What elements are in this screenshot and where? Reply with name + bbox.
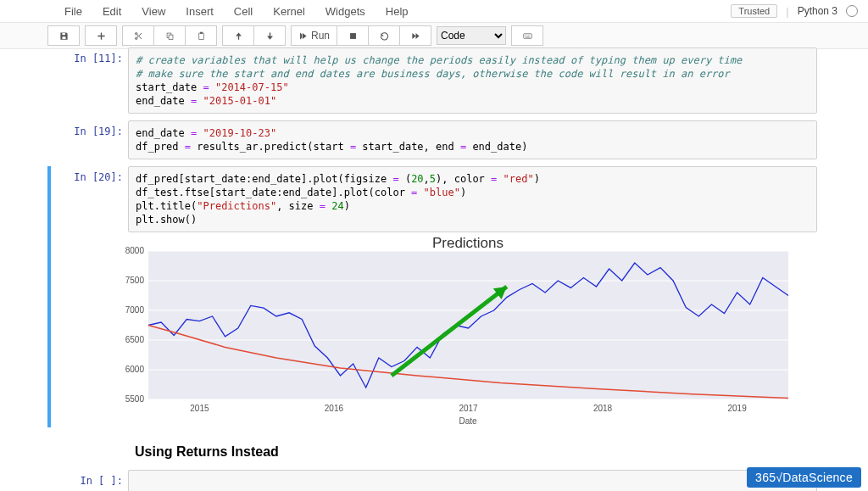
copy-button[interactable]: [154, 25, 186, 46]
menubar: File Edit View Insert Cell Kernel Widget…: [0, 0, 868, 23]
input-area[interactable]: df_pred[start_date:end_date].plot(figsiz…: [128, 166, 817, 232]
svg-rect-8: [148, 251, 788, 399]
datascience-logo: 365√DataScience: [747, 467, 861, 488]
kernel-indicator-icon[interactable]: [846, 5, 858, 17]
restart-run-all-button[interactable]: [400, 25, 431, 46]
input-area[interactable]: # create variables that will help us cha…: [128, 47, 817, 114]
prompt: [51, 434, 128, 463]
run-label: Run: [311, 30, 330, 42]
kernel-name: Python 3: [798, 5, 837, 17]
svg-text:8000: 8000: [125, 246, 145, 255]
svg-text:6000: 6000: [125, 365, 145, 374]
scissors-icon: [134, 31, 143, 41]
markdown-cell[interactable]: Using Returns Instead: [51, 434, 817, 463]
cut-button[interactable]: [122, 25, 154, 46]
code-cell[interactable]: In [19]: end_date = "2019-10-23" df_pred…: [51, 120, 817, 159]
menu-cell[interactable]: Cell: [224, 2, 263, 21]
prompt: In [20]:: [51, 166, 128, 232]
svg-text:2017: 2017: [459, 404, 478, 413]
heading: Using Returns Instead: [128, 434, 279, 463]
svg-text:2018: 2018: [593, 404, 613, 413]
interrupt-button[interactable]: [337, 25, 369, 46]
svg-text:2019: 2019: [727, 404, 747, 413]
paste-button[interactable]: [186, 25, 217, 46]
command-palette-button[interactable]: [511, 25, 543, 46]
code-cell[interactable]: In [ ]:: [51, 470, 817, 491]
input-area[interactable]: end_date = "2019-10-23" df_pred = result…: [128, 120, 817, 159]
input-area[interactable]: [128, 470, 817, 491]
svg-text:5500: 5500: [125, 394, 145, 404]
run-button[interactable]: Run: [291, 25, 337, 46]
save-button[interactable]: [47, 25, 80, 46]
stop-icon: [348, 31, 358, 41]
restart-button[interactable]: [369, 25, 400, 46]
output-area: 550060006500700075008000 201520162017201…: [123, 236, 817, 427]
svg-text:7500: 7500: [125, 276, 145, 285]
code-cell-selected[interactable]: In [20]: df_pred[start_date:end_date].pl…: [47, 166, 817, 427]
svg-text:6500: 6500: [125, 335, 145, 344]
menu-insert[interactable]: Insert: [175, 2, 224, 21]
move-up-button[interactable]: [222, 25, 254, 46]
cell-type-select[interactable]: Code: [437, 26, 506, 45]
predictions-chart: 550060006500700075008000 201520162017201…: [123, 236, 794, 427]
save-icon: [59, 31, 69, 41]
menu-kernel[interactable]: Kernel: [263, 2, 315, 21]
svg-text:7000: 7000: [125, 305, 145, 315]
run-icon: [298, 31, 308, 41]
svg-rect-3: [169, 35, 173, 40]
svg-rect-4: [198, 33, 203, 40]
copy-icon: [165, 31, 175, 41]
clipboard-icon: [197, 31, 206, 41]
plus-icon: [97, 31, 106, 41]
insert-cell-button[interactable]: [85, 25, 117, 46]
menu-file[interactable]: File: [54, 2, 92, 21]
fast-forward-icon: [411, 31, 420, 41]
notebook-container: In [11]: # create variables that will he…: [0, 44, 868, 491]
menu-edit[interactable]: Edit: [92, 2, 131, 21]
svg-rect-6: [350, 33, 356, 39]
prompt: In [19]:: [51, 120, 128, 159]
svg-text:Date: Date: [459, 416, 477, 426]
svg-rect-7: [523, 33, 531, 38]
keyboard-icon: [523, 31, 532, 41]
trusted-button[interactable]: Trusted: [731, 4, 777, 18]
menu-widgets[interactable]: Widgets: [315, 2, 376, 21]
menu-help[interactable]: Help: [376, 2, 419, 21]
svg-rect-5: [200, 31, 203, 33]
prompt: In [ ]:: [51, 470, 128, 491]
svg-text:Predictions: Predictions: [432, 236, 504, 251]
prompt: In [11]:: [51, 47, 128, 114]
svg-text:2015: 2015: [190, 404, 209, 413]
move-down-button[interactable]: [254, 25, 286, 46]
svg-text:2016: 2016: [325, 404, 344, 413]
menu-view[interactable]: View: [131, 2, 175, 21]
restart-icon: [380, 31, 389, 41]
code-cell[interactable]: In [11]: # create variables that will he…: [51, 47, 817, 114]
arrow-up-icon: [234, 31, 243, 41]
arrow-down-icon: [265, 31, 275, 41]
